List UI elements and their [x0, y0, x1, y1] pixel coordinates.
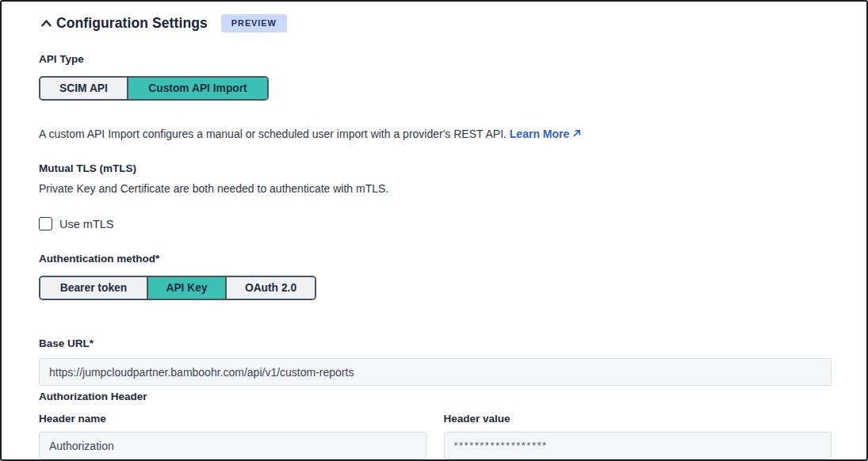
api-type-option-scim[interactable]: SCIM API — [40, 78, 127, 99]
preview-badge: PREVIEW — [221, 14, 287, 32]
collapse-chevron-icon[interactable] — [39, 16, 53, 30]
auth-option-api-key[interactable]: API Key — [147, 277, 225, 299]
auth-method-segmented-control: Bearer token API Key OAuth 2.0 — [39, 276, 316, 300]
mtls-description: Private Key and Certificate are both nee… — [39, 182, 832, 195]
use-mtls-checkbox[interactable] — [39, 217, 52, 230]
learn-more-link[interactable]: Learn More — [510, 128, 582, 140]
base-url-input[interactable] — [39, 358, 832, 386]
header-value-label: Header value — [444, 413, 832, 425]
use-mtls-label[interactable]: Use mTLS — [59, 218, 114, 230]
auth-method-label: Authentication method* — [39, 253, 832, 265]
mtls-heading: Mutual TLS (mTLS) — [39, 162, 832, 174]
header-name-label: Header name — [39, 413, 426, 425]
external-link-arrow-icon — [572, 128, 582, 141]
description-text: A custom API Import configures a manual … — [39, 128, 507, 140]
authorization-header-heading: Authorization Header — [39, 391, 832, 402]
auth-option-bearer-token[interactable]: Bearer token — [40, 277, 147, 299]
api-type-label: API Type — [39, 53, 832, 65]
api-type-option-custom[interactable]: Custom API Import — [127, 78, 267, 99]
use-mtls-checkbox-row: Use mTLS — [39, 217, 832, 230]
api-type-segmented-control: SCIM API Custom API Import — [39, 76, 269, 101]
base-url-label: Base URL* — [39, 337, 832, 349]
auth-option-oauth[interactable]: OAuth 2.0 — [225, 277, 315, 299]
api-import-description: A custom API Import configures a manual … — [39, 128, 832, 141]
authorization-header-labels: Header name Header value — [39, 413, 832, 425]
authorization-header-inputs — [39, 432, 832, 459]
configuration-settings-panel: Configuration Settings PREVIEW API Type … — [0, 0, 868, 461]
header-value-input[interactable] — [444, 432, 832, 459]
panel-header: Configuration Settings PREVIEW — [39, 13, 832, 33]
header-name-input[interactable] — [39, 432, 426, 459]
page-title: Configuration Settings — [56, 15, 208, 32]
